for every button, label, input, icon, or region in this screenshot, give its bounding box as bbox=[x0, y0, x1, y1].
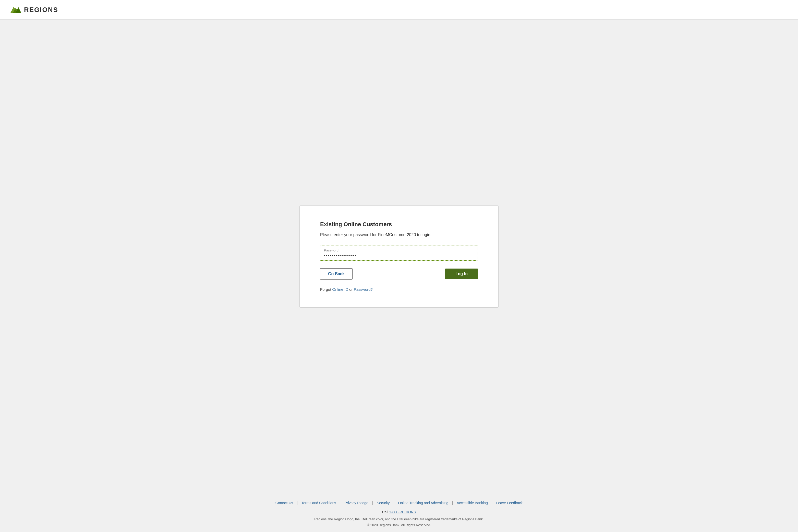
call-prefix: Call bbox=[382, 510, 389, 514]
phone-number-link[interactable]: 1-800-REGIONS bbox=[389, 510, 416, 514]
regions-logo-icon bbox=[10, 5, 21, 14]
forgot-text: Forgot Online ID or Password? bbox=[320, 287, 478, 291]
card-subtitle: Please enter your password for FineMCust… bbox=[320, 232, 478, 238]
footer-link-privacy-pledge[interactable]: Privacy Pledge bbox=[340, 501, 373, 505]
login-button[interactable]: Log In bbox=[445, 269, 478, 279]
footer-link-terms-conditions[interactable]: Terms and Conditions bbox=[298, 501, 340, 505]
footer-phone: Call 1-800-REGIONS bbox=[5, 510, 793, 514]
login-card: Existing Online Customers Please enter y… bbox=[300, 206, 498, 308]
logo-text: Regions bbox=[24, 6, 58, 14]
forgot-or: or bbox=[348, 287, 354, 291]
password-label: Password bbox=[324, 248, 474, 252]
buttons-row: Go Back Log In bbox=[320, 268, 478, 280]
password-input[interactable] bbox=[324, 253, 474, 258]
footer-link-contact-us[interactable]: Contact Us bbox=[271, 501, 298, 505]
username-display: FineMCustomer2020 bbox=[378, 232, 416, 237]
go-back-button[interactable]: Go Back bbox=[320, 268, 353, 280]
footer-link-security[interactable]: Security bbox=[373, 501, 394, 505]
subtitle-suffix: to login. bbox=[416, 232, 431, 237]
logo-container: Regions bbox=[10, 5, 788, 14]
footer-nav: Contact UsTerms and ConditionsPrivacy Pl… bbox=[5, 501, 793, 505]
subtitle-prefix: Please enter your password for bbox=[320, 232, 378, 237]
footer: Contact UsTerms and ConditionsPrivacy Pl… bbox=[0, 493, 798, 532]
footer-trademark: Regions, the Regions logo, the LifeGreen… bbox=[5, 517, 793, 521]
password-field-wrapper: Password bbox=[320, 246, 478, 261]
forgot-prefix: Forgot bbox=[320, 287, 332, 291]
forgot-password-link[interactable]: Password? bbox=[354, 287, 373, 291]
header: Regions bbox=[0, 0, 798, 20]
footer-copyright: © 2020 Regions Bank. All Rights Reserved… bbox=[5, 523, 793, 527]
footer-link-online-tracking[interactable]: Online Tracking and Advertising bbox=[394, 501, 453, 505]
forgot-online-id-link[interactable]: Online ID bbox=[332, 287, 348, 291]
footer-link-leave-feedback[interactable]: Leave Feedback bbox=[492, 501, 527, 505]
card-title: Existing Online Customers bbox=[320, 221, 478, 228]
main-content: Existing Online Customers Please enter y… bbox=[0, 20, 798, 493]
footer-link-accessible-banking[interactable]: Accessible Banking bbox=[453, 501, 492, 505]
